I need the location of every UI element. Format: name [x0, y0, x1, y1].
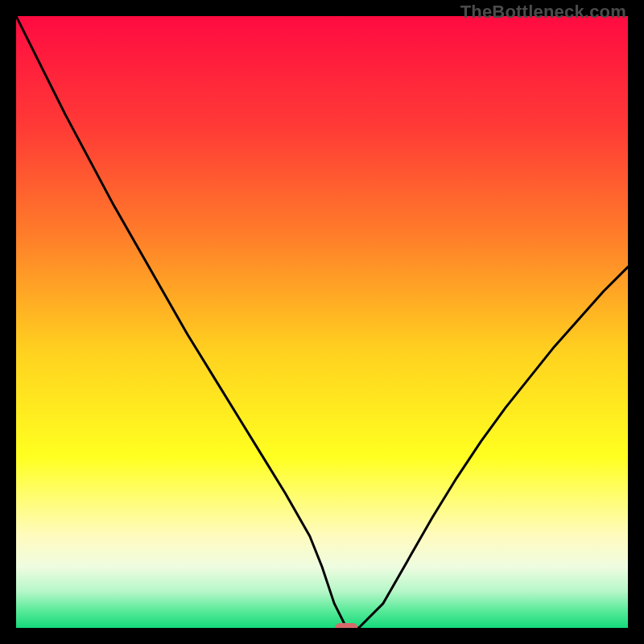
watermark-text: TheBottleneck.com [460, 2, 626, 23]
optimal-marker [335, 623, 357, 628]
chart-frame: TheBottleneck.com [0, 0, 644, 644]
bottleneck-chart [16, 16, 628, 628]
chart-background [16, 16, 628, 628]
